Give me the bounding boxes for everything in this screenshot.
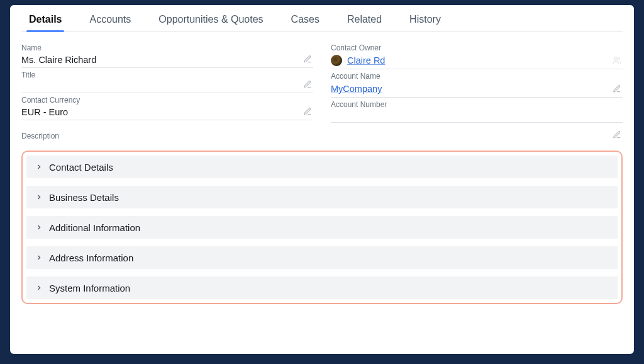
tab-details[interactable]: Details — [29, 14, 62, 31]
field-owner-label: Contact Owner — [331, 43, 623, 52]
section-additional-information-title: Additional Information — [49, 222, 140, 233]
chevron-right-icon — [35, 284, 43, 292]
tab-opportunities-quotes[interactable]: Opportunities & Quotes — [158, 14, 263, 31]
field-account-name-label: Account Name — [331, 72, 623, 81]
field-name: Name Ms. Claire Richard — [21, 41, 313, 68]
section-address-information-title: Address Information — [49, 253, 133, 263]
owner-avatar-icon — [331, 55, 342, 66]
tab-accounts[interactable]: Accounts — [89, 14, 131, 31]
edit-name-icon[interactable] — [303, 55, 312, 64]
edit-description-icon[interactable] — [613, 130, 621, 139]
tab-cases[interactable]: Cases — [291, 14, 319, 31]
record-card: Details Accounts Opportunities & Quotes … — [10, 5, 634, 354]
section-system-information-title: System Information — [49, 283, 130, 293]
field-title-label: Title — [21, 71, 313, 79]
fields-grid: Name Ms. Claire Richard Title Contact Cu… — [21, 41, 623, 123]
section-additional-information[interactable]: Additional Information — [26, 216, 618, 239]
owner-link[interactable]: Claire Rd — [347, 55, 385, 65]
tab-related[interactable]: Related — [347, 14, 382, 31]
edit-currency-icon[interactable] — [303, 107, 312, 116]
tab-bar: Details Accounts Opportunities & Quotes … — [21, 14, 623, 32]
section-business-details[interactable]: Business Details — [26, 186, 618, 208]
svg-point-0 — [614, 57, 618, 60]
section-system-information[interactable]: System Information — [26, 276, 618, 299]
account-name-link[interactable]: MyCompany — [331, 84, 382, 94]
edit-account-name-icon[interactable] — [613, 84, 621, 93]
tab-history[interactable]: History — [409, 14, 441, 31]
field-currency: Contact Currency EUR - Euro — [21, 93, 313, 120]
details-content: Name Ms. Claire Richard Title Contact Cu… — [21, 32, 623, 304]
chevron-right-icon — [35, 193, 43, 201]
field-description-label: Description — [21, 132, 623, 140]
edit-title-icon[interactable] — [303, 80, 312, 89]
field-name-value: Ms. Claire Richard — [21, 55, 313, 65]
field-account-name: Account Name MyCompany — [331, 69, 623, 98]
chevron-right-icon — [35, 163, 43, 171]
section-contact-details-title: Contact Details — [49, 162, 113, 173]
chevron-right-icon — [35, 254, 43, 261]
chevron-right-icon — [35, 224, 43, 231]
sections-highlight-box: Contact Details Business Details Additio… — [21, 151, 623, 304]
section-contact-details[interactable]: Contact Details — [26, 156, 618, 178]
field-name-label: Name — [21, 43, 313, 52]
field-title: Title — [21, 68, 313, 93]
field-currency-value: EUR - Euro — [21, 107, 313, 117]
field-description: Description — [21, 129, 623, 143]
field-account-number-label: Account Number — [331, 100, 623, 109]
field-currency-label: Contact Currency — [21, 96, 313, 105]
change-owner-icon[interactable] — [613, 56, 621, 65]
section-address-information[interactable]: Address Information — [26, 246, 618, 269]
field-account-number: Account Number — [331, 98, 623, 123]
section-business-details-title: Business Details — [49, 192, 119, 203]
field-contact-owner: Contact Owner Claire Rd — [331, 41, 623, 69]
